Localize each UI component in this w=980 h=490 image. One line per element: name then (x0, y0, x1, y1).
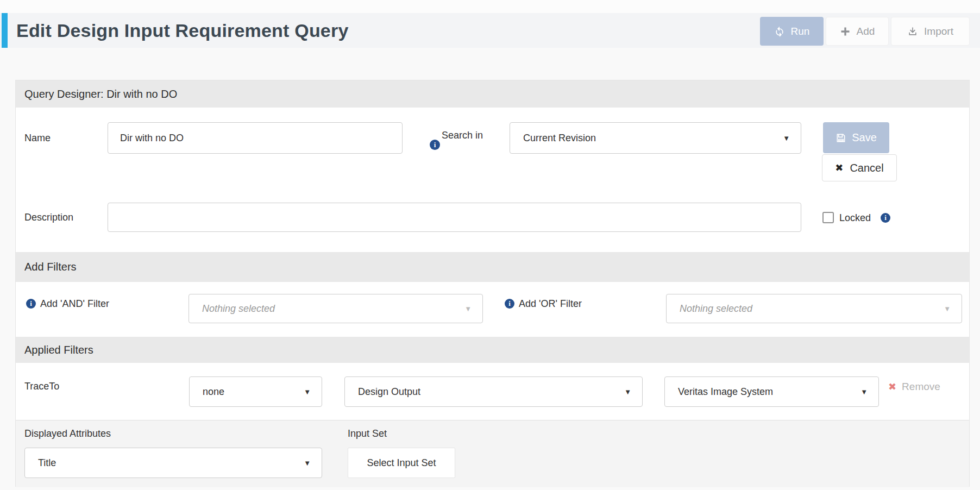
floppy-icon (835, 133, 846, 143)
top-strip (0, 0, 980, 13)
name-label: Name (24, 133, 51, 144)
trace-to-type-value: none (203, 386, 224, 398)
input-set-label: Input Set (348, 428, 387, 439)
select-input-set-label: Select Input Set (367, 457, 436, 469)
displayed-attributes-select[interactable]: Title ▼ (24, 448, 322, 478)
applied-filters-header: Applied Filters (16, 337, 969, 363)
caret-down-icon: ▼ (304, 460, 311, 467)
caret-down-icon: ▼ (464, 305, 472, 312)
run-button[interactable]: Run (760, 17, 824, 46)
page-title: Edit Design Input Requirement Query (16, 13, 349, 48)
trace-to-label: TraceTo (24, 381, 59, 392)
name-input[interactable] (108, 122, 403, 154)
caret-down-icon: ▼ (860, 388, 868, 395)
locked-info-icon[interactable]: i (881, 213, 890, 223)
displayed-attributes-label: Displayed Attributes (24, 428, 111, 439)
applied-filters-header-title: Applied Filters (24, 344, 93, 356)
import-button[interactable]: Import (891, 17, 970, 46)
caret-down-icon: ▼ (944, 305, 951, 312)
locked-checkbox[interactable] (822, 212, 834, 223)
add-filters-header: Add Filters (16, 252, 969, 282)
close-icon: ✖ (835, 162, 843, 174)
search-in-label: Search in (435, 128, 483, 143)
trace-to-target-value: Design Output (358, 386, 420, 398)
and-filter-info-icon[interactable]: i (26, 299, 36, 309)
remove-button-label: Remove (902, 381, 940, 393)
trace-to-target-select[interactable]: Design Output ▼ (344, 376, 643, 407)
or-filter-info-icon[interactable]: i (505, 299, 514, 309)
remove-x-icon: ✖ (888, 381, 896, 393)
cancel-button[interactable]: ✖ Cancel (822, 154, 897, 181)
and-filter-select[interactable]: Nothing selected ▼ (189, 294, 483, 323)
download-icon (907, 26, 918, 37)
locked-label: Locked (839, 212, 871, 224)
run-button-label: Run (791, 26, 810, 37)
search-in-selected-value: Current Revision (523, 133, 596, 144)
description-input[interactable] (108, 203, 801, 232)
displayed-attributes-value: Title (38, 457, 56, 469)
add-button-label: Add (857, 26, 875, 37)
or-filter-label: Add 'OR' Filter (519, 298, 582, 310)
trace-to-value-select[interactable]: Veritas Image System ▼ (664, 376, 879, 407)
save-button-label: Save (852, 131, 877, 144)
query-designer-panel: Query Designer: Dir with no DO Name i Se… (15, 80, 970, 487)
import-button-label: Import (924, 26, 953, 37)
remove-filter-button[interactable]: ✖ Remove (888, 381, 940, 393)
add-button[interactable]: Add (826, 17, 889, 46)
panel-header-title: Query Designer: Dir with no DO (24, 88, 177, 100)
cancel-button-label: Cancel (850, 162, 883, 174)
save-button[interactable]: Save (823, 122, 889, 153)
sync-icon (774, 26, 785, 37)
and-filter-placeholder: Nothing selected (202, 303, 275, 315)
select-input-set-button[interactable]: Select Input Set (348, 448, 455, 478)
plus-icon (840, 26, 851, 37)
or-filter-placeholder: Nothing selected (680, 303, 752, 315)
add-filters-header-title: Add Filters (24, 261, 77, 273)
caret-down-icon: ▼ (783, 135, 790, 142)
trace-to-type-select[interactable]: none ▼ (189, 376, 322, 407)
edit-query-page: Edit Design Input Requirement Query Run … (0, 0, 980, 490)
search-in-select[interactable]: Current Revision ▼ (510, 122, 801, 154)
caret-down-icon: ▼ (304, 388, 311, 395)
panel-footer: Displayed Attributes Title ▼ Input Set S… (16, 420, 969, 487)
or-filter-select[interactable]: Nothing selected ▼ (666, 294, 962, 323)
and-filter-label: Add 'AND' Filter (40, 298, 109, 310)
trace-to-value-value: Veritas Image System (678, 386, 773, 398)
accent-bar (2, 13, 8, 48)
description-label: Description (24, 212, 73, 223)
panel-header: Query Designer: Dir with no DO (16, 80, 969, 108)
caret-down-icon: ▼ (624, 388, 631, 395)
